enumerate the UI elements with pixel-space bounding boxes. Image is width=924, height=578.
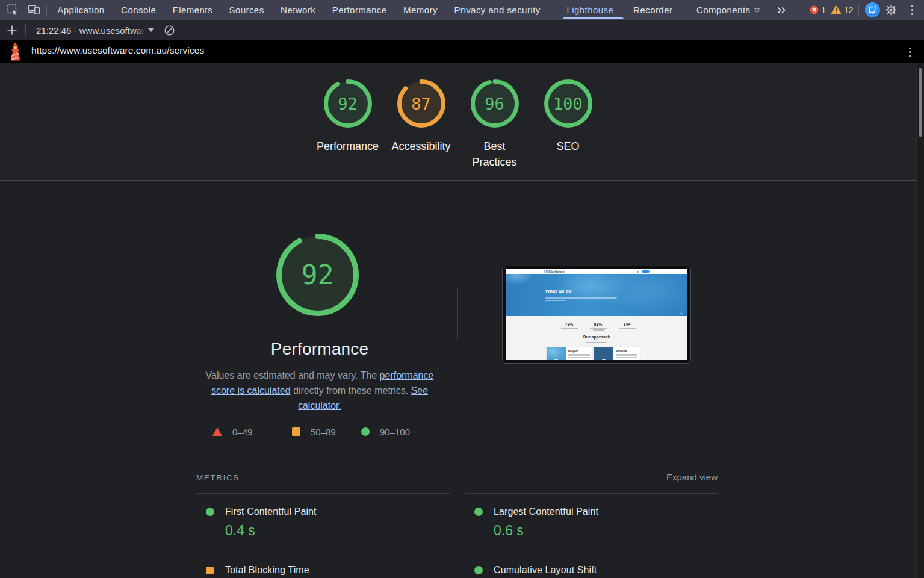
metric-status-icon: [474, 508, 483, 516]
tab-label: Memory: [403, 5, 438, 15]
score-best-practices[interactable]: 96 Best Practices: [458, 79, 532, 170]
inspect-element-icon[interactable]: [7, 4, 19, 16]
tab-recorder[interactable]: Recorder: [625, 0, 681, 20]
tab-performance[interactable]: Performance: [324, 0, 395, 20]
legend-range: 50–89: [311, 427, 336, 437]
tab-label: Sources: [229, 5, 264, 15]
report-scrollbar[interactable]: [916, 63, 924, 578]
score-seo[interactable]: 100 SEO: [532, 79, 605, 170]
thumb-stat-value: 73%: [565, 322, 573, 326]
new-report-plus-button[interactable]: [7, 25, 17, 36]
metric-status-icon: [206, 508, 214, 516]
metric-value: 0.4 s: [225, 522, 450, 539]
tab-privacy-and-security[interactable]: Privacy and security: [446, 0, 549, 20]
tabbar-right-icons: 1 12: [810, 2, 924, 17]
settings-gear-icon[interactable]: [885, 4, 897, 16]
thumb-approach-title: Our approach: [506, 335, 687, 339]
active-tab-indicator: [563, 17, 624, 19]
metric-cumulative-layout-shift: Cumulative Layout Shift: [465, 552, 718, 578]
thumb-card-title: Provide: [616, 349, 637, 353]
tab-lighthouse[interactable]: Lighthouse: [548, 0, 625, 20]
thumb-stat-value: 14+: [624, 322, 631, 326]
score-performance[interactable]: 92 Performance: [311, 79, 385, 170]
ai-assistance-button[interactable]: [865, 2, 880, 17]
performance-gauge: 92: [324, 79, 372, 128]
tab-label: Application: [57, 5, 104, 15]
legend-range: 0–49: [232, 427, 252, 437]
console-warning-badge[interactable]: 12: [831, 5, 854, 15]
tab-network[interactable]: Network: [272, 0, 324, 20]
metric-largest-contentful-paint: Largest Contentful Paint 0.6 s: [465, 493, 718, 552]
metric-status-icon: [206, 567, 214, 574]
toolbar-separator: [46, 5, 47, 16]
page-screenshot: USEsoftware What we do 73% 83% 14+ Our a…: [506, 269, 687, 360]
toolbar-separator: [858, 4, 859, 16]
legend-average: 50–89: [292, 426, 336, 438]
tab-components[interactable]: Components: [688, 0, 769, 20]
lighthouse-logo-icon: [9, 42, 22, 63]
thumb-stat-value: 83%: [594, 322, 602, 326]
metrics-column-left: First Contentful Paint 0.4 s Total Block…: [196, 493, 450, 578]
legend-range: 90–100: [380, 427, 410, 437]
description-text: directly from these metrics.: [291, 385, 411, 396]
expand-view-button[interactable]: Expand view: [666, 472, 718, 482]
gauge-score: 100: [544, 79, 592, 128]
scores-row: 92 Performance 87 Accessibility: [0, 79, 920, 170]
average-square-icon: [292, 427, 300, 436]
pass-circle-icon: [361, 427, 370, 436]
gauge-score: 92: [274, 231, 361, 319]
tab-memory[interactable]: Memory: [395, 0, 445, 20]
legend-fail: 0–49: [212, 426, 252, 438]
score-label: Best Practices: [468, 138, 522, 170]
error-icon: [810, 5, 819, 14]
devtools-menu-kebab-icon[interactable]: [911, 4, 914, 16]
score-label: Accessibility: [391, 138, 450, 154]
performance-category-gauge[interactable]: 92: [274, 231, 361, 319]
score-accessibility[interactable]: 87 Accessibility: [385, 79, 458, 170]
report-url-bar: https://www.usesoftware.com.au/services: [0, 40, 924, 63]
gauge-score: 87: [397, 79, 445, 128]
best-practices-gauge: 96: [471, 79, 519, 128]
clear-reports-button[interactable]: [164, 25, 175, 36]
thumb-hero-title: What we do: [545, 288, 572, 294]
tab-label: Console: [121, 5, 156, 15]
scrollbar-thumb[interactable]: [919, 68, 922, 137]
devtools-tabs: Application Console Elements Sources Net…: [49, 0, 769, 20]
thumb-site-header: USEsoftware: [506, 269, 687, 274]
fail-triangle-icon: [212, 427, 222, 436]
score-label: Performance: [317, 138, 379, 154]
category-description: Values are estimated and may vary. The p…: [203, 368, 436, 413]
gauge-score: 92: [324, 79, 372, 128]
report-select-value: 21:22:46 - www.usesoftwar: [36, 25, 144, 36]
tab-label: Privacy and security: [454, 5, 540, 15]
tab-label: Lighthouse: [566, 5, 613, 15]
more-tabs-button[interactable]: [772, 7, 791, 14]
accessibility-gauge: 87: [397, 79, 445, 128]
device-toolbar-icon[interactable]: [28, 5, 40, 15]
metrics-column-right: Largest Contentful Paint 0.6 s Cumulativ…: [465, 493, 718, 578]
lighthouse-toolbar: 21:22:46 - www.usesoftwar: [0, 20, 924, 40]
metrics-list: First Contentful Paint 0.4 s Total Block…: [196, 493, 718, 578]
toolbar-separator: [25, 24, 26, 36]
report-options-kebab-icon[interactable]: [909, 46, 911, 58]
console-error-badge[interactable]: 1: [810, 5, 826, 15]
tab-console[interactable]: Console: [113, 0, 164, 20]
scores-summary-section: 92 Performance 87 Accessibility: [0, 63, 924, 181]
tab-application[interactable]: Application: [49, 0, 113, 20]
thumb-hero: What we do: [506, 274, 687, 316]
tab-elements[interactable]: Elements: [164, 0, 221, 20]
final-screenshot-thumbnail[interactable]: USEsoftware What we do 73% 83% 14+ Our a…: [502, 266, 691, 364]
legend-pass: 90–100: [361, 426, 410, 438]
description-text: Values are estimated and may vary. The: [206, 370, 380, 381]
section-divider: [457, 287, 458, 340]
tab-label: Elements: [173, 5, 212, 15]
thumb-body: 73% 83% 14+ Our approach ⌄ ⌄ Project Pro…: [506, 316, 687, 360]
metric-total-blocking-time: Total Blocking Time: [196, 552, 450, 578]
report-select-dropdown[interactable]: 21:22:46 - www.usesoftwar: [36, 25, 154, 36]
tab-label: Components: [696, 5, 751, 15]
score-label: SEO: [556, 138, 579, 154]
tab-label: Recorder: [633, 5, 672, 15]
category-title: Performance: [199, 340, 440, 359]
tab-sources[interactable]: Sources: [221, 0, 273, 20]
thumb-card-title: Project: [568, 349, 590, 353]
